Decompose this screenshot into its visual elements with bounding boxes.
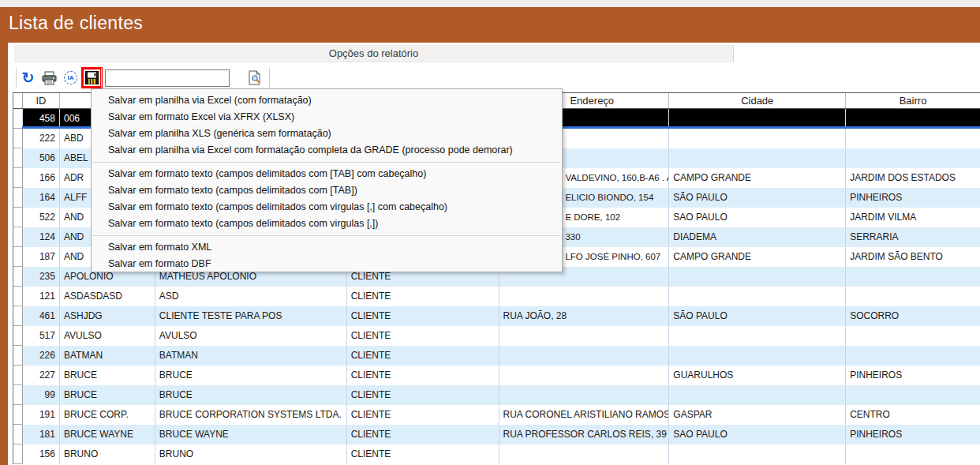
cell-district[interactable]	[846, 287, 980, 306]
cell-name[interactable]: BRUCE	[155, 366, 347, 385]
cell-name[interactable]: BRUCE CORPORATION SYSTEMS LTDA.	[155, 405, 347, 425]
menu-item[interactable]: Salvar em formato XML	[92, 239, 562, 256]
cell-name[interactable]: CLIENTE TESTE PARA POS	[155, 306, 347, 326]
cell-city[interactable]	[669, 326, 846, 346]
cell-district[interactable]: CENTRO	[846, 405, 980, 425]
cell-name[interactable]: BRUNO	[155, 444, 347, 464]
cell-city[interactable]	[669, 148, 846, 168]
cell-code[interactable]: BATMAN	[60, 346, 155, 366]
header-district[interactable]: Bairro	[846, 93, 980, 108]
menu-item[interactable]: Salvar em planilha XLS (genérica sem for…	[92, 126, 562, 142]
menu-item[interactable]: Salvar em planilha via Excel (com format…	[92, 92, 562, 109]
cell-type[interactable]: CLIENTE	[347, 326, 499, 346]
menu-item[interactable]: Salvar em formato texto (campos delimita…	[92, 216, 562, 232]
table-row[interactable]: 226BATMANBATMANCLIENTE	[13, 346, 980, 366]
cell-district[interactable]: JARDIM VILMA	[846, 208, 980, 227]
cell-code[interactable]: BRUCE	[60, 385, 155, 405]
print-button[interactable]	[41, 69, 58, 86]
table-row[interactable]: 227BRUCEBRUCECLIENTEGUARULHOSPINHEIROS	[13, 366, 980, 385]
cell-city[interactable]	[669, 444, 846, 464]
cell-code[interactable]: AVULSO	[60, 326, 155, 346]
cell-type[interactable]: CLIENTE	[347, 425, 499, 444]
save-button[interactable]	[84, 69, 100, 86]
cell-address[interactable]: RUA JOÃO, 28	[499, 306, 670, 326]
table-row[interactable]: 121ASDASDASDASDCLIENTE	[13, 287, 980, 306]
cell-code[interactable]: BRUCE WAYNE	[60, 425, 155, 444]
cell-district[interactable]: PINHEIROS	[846, 366, 980, 385]
cell-id[interactable]: 99	[23, 385, 60, 405]
cell-name[interactable]: BATMAN	[155, 346, 347, 366]
header-city[interactable]: Cidade	[669, 93, 846, 108]
cell-address[interactable]	[499, 346, 670, 366]
cell-id[interactable]: 124	[23, 227, 60, 247]
cell-city[interactable]	[669, 267, 846, 287]
cell-address[interactable]	[499, 287, 670, 306]
cell-city[interactable]: GUARULHOS	[669, 366, 846, 385]
cell-id[interactable]: 191	[23, 405, 60, 425]
cell-address[interactable]	[499, 444, 670, 464]
cell-name[interactable]: AVULSO	[155, 326, 347, 346]
export-xfrx-button[interactable]: IA	[62, 69, 79, 86]
cell-city[interactable]: CAMPO GRANDE	[669, 168, 846, 188]
cell-city[interactable]: CAMPO GRANDE	[669, 247, 846, 267]
cell-id[interactable]: 461	[23, 306, 60, 326]
cell-city[interactable]	[669, 287, 846, 306]
cell-id[interactable]: 164	[23, 188, 60, 208]
cell-city[interactable]: DIADEMA	[669, 227, 846, 247]
menu-item[interactable]: Salvar em formato texto (campos delimita…	[92, 182, 562, 199]
cell-id[interactable]: 187	[23, 247, 60, 267]
cell-address[interactable]	[499, 366, 670, 385]
menu-item[interactable]: Salvar em formato Excel via XFRX (XLSX)	[92, 109, 562, 126]
cell-city[interactable]: SAO PAULO	[669, 425, 846, 444]
cell-code[interactable]: BRUCE	[60, 366, 155, 385]
cell-type[interactable]: CLIENTE	[347, 287, 499, 306]
cell-city[interactable]: SAO PAULO	[669, 208, 846, 227]
cell-code[interactable]: BRUCE CORP.	[60, 405, 155, 425]
menu-item[interactable]: Salvar em formato texto (campos delimita…	[92, 199, 562, 216]
cell-address[interactable]: RUA CORONEL ARISTILIANO RAMOS,190-	[499, 405, 670, 425]
cell-district[interactable]: JARDIM DOS ESTADOS	[846, 168, 980, 188]
cell-city[interactable]: SÃO PAULO	[669, 188, 846, 208]
cell-city[interactable]	[669, 385, 846, 405]
cell-district[interactable]	[846, 444, 980, 464]
refresh-button[interactable]: ↻	[20, 69, 36, 86]
cell-district[interactable]	[846, 148, 980, 168]
cell-district[interactable]	[846, 385, 980, 405]
cell-id[interactable]: 222	[23, 129, 60, 148]
table-row[interactable]: 181BRUCE WAYNEBRUCE WAYNECLIENTERUA PROF…	[13, 425, 980, 444]
cell-id[interactable]: 522	[23, 208, 60, 227]
cell-id[interactable]: 121	[23, 287, 60, 306]
cell-name[interactable]: BRUCE WAYNE	[155, 425, 347, 444]
cell-district[interactable]: JARDIM SÃO BENTO	[846, 247, 980, 267]
cell-id[interactable]: 181	[23, 425, 60, 444]
cell-district[interactable]: PINHEIROS	[846, 188, 980, 208]
filter-input[interactable]	[105, 69, 230, 87]
cell-type[interactable]: CLIENTE	[347, 346, 499, 366]
cell-id[interactable]: 517	[23, 326, 60, 346]
cell-type[interactable]: CLIENTE	[347, 366, 499, 385]
header-id[interactable]: ID	[23, 93, 60, 108]
table-row[interactable]: 191BRUCE CORP.BRUCE CORPORATION SYSTEMS …	[13, 405, 980, 425]
cell-code[interactable]: ASHJDG	[60, 306, 155, 326]
cell-type[interactable]: CLIENTE	[347, 405, 499, 425]
table-row[interactable]: 461ASHJDGCLIENTE TESTE PARA POSCLIENTERU…	[13, 306, 980, 326]
cell-id[interactable]: 227	[23, 366, 60, 385]
cell-district[interactable]: SOCORRO	[846, 306, 980, 326]
cell-district[interactable]	[846, 326, 980, 346]
table-row[interactable]: 156BRUNOBRUNOCLIENTE	[13, 444, 980, 464]
print-preview-button[interactable]	[247, 69, 264, 86]
cell-code[interactable]: BRUNO	[60, 444, 155, 464]
cell-city[interactable]: GASPAR	[669, 405, 846, 425]
cell-district[interactable]: SERRARIA	[846, 227, 980, 247]
cell-district[interactable]	[846, 346, 980, 366]
cell-address[interactable]	[499, 385, 670, 405]
tab-options-report[interactable]: Opções do relatório	[14, 45, 734, 62]
cell-address[interactable]: RUA PROFESSOR CARLOS REIS, 39	[499, 425, 670, 444]
menu-item[interactable]: Salvar em planilha via Excel com formata…	[92, 142, 562, 159]
cell-id[interactable]: 235	[23, 267, 60, 287]
menu-item[interactable]: Salvar em formato texto (campos delimita…	[92, 166, 562, 182]
cell-name[interactable]: ASD	[155, 287, 347, 306]
cell-district[interactable]	[846, 267, 980, 287]
cell-code[interactable]: ASDASDASD	[60, 287, 155, 306]
cell-id[interactable]: 166	[23, 168, 60, 188]
